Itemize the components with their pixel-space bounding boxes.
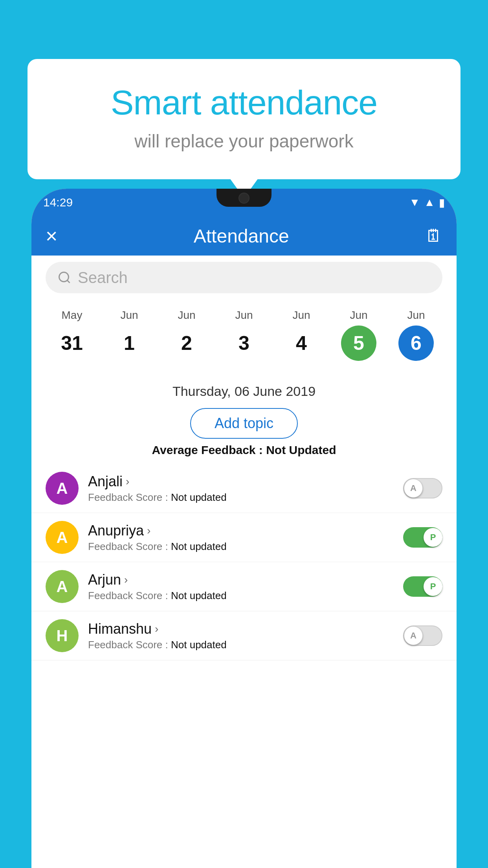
svg-line-1	[67, 280, 70, 283]
calendar-icon[interactable]: 🗓	[425, 226, 442, 246]
speech-title: Smart attendance	[59, 83, 429, 123]
speech-subtitle: will replace your paperwork	[59, 131, 429, 152]
phone-notch	[216, 189, 272, 207]
student-avatar-1: A	[46, 521, 79, 554]
student-item-0: AAnjali ›Feedback Score : Not updatedA	[31, 464, 457, 513]
calendar-day-31[interactable]: May31	[54, 309, 90, 361]
battery-icon: ▮	[439, 196, 445, 209]
phone-frame: 14:29 ▼ ▲ ▮ × Attendance 🗓 Search May31J…	[31, 189, 457, 868]
cal-month-2: Jun	[178, 309, 195, 322]
student-info-0: Anjali ›Feedback Score : Not updated	[88, 473, 394, 504]
search-bar[interactable]: Search	[46, 262, 442, 293]
cal-month-5: Jun	[350, 309, 367, 322]
student-avatar-0: A	[46, 472, 79, 505]
avg-feedback-label: Average Feedback :	[152, 443, 262, 456]
avg-feedback: Average Feedback : Not Updated	[31, 443, 457, 457]
toggle-container-1[interactable]: P	[403, 527, 442, 548]
avg-feedback-value: Not Updated	[266, 443, 336, 456]
student-name-3[interactable]: Himanshu ›	[88, 621, 394, 637]
close-button[interactable]: ×	[46, 224, 57, 248]
calendar-strip: May31Jun1Jun2Jun3Jun4Jun5Jun6	[31, 301, 457, 365]
calendar-day-6[interactable]: Jun6	[398, 309, 434, 361]
cal-month-1: Jun	[120, 309, 138, 322]
cal-date-2: 2	[169, 326, 204, 361]
cal-date-0: 31	[54, 326, 90, 361]
toggle-container-2[interactable]: P	[403, 576, 442, 597]
calendar-day-5[interactable]: Jun5	[341, 309, 376, 361]
chevron-icon: ›	[147, 524, 150, 537]
signal-icon: ▲	[424, 196, 435, 209]
student-item-2: AArjun ›Feedback Score : Not updatedP	[31, 562, 457, 611]
student-info-2: Arjun ›Feedback Score : Not updated	[88, 572, 394, 602]
student-name-2[interactable]: Arjun ›	[88, 572, 394, 588]
status-icons: ▼ ▲ ▮	[409, 196, 445, 209]
cal-month-6: Jun	[407, 309, 425, 322]
chevron-icon: ›	[126, 475, 129, 488]
cal-month-0: May	[62, 309, 83, 322]
cal-date-6: 6	[398, 326, 434, 361]
student-item-1: AAnupriya ›Feedback Score : Not updatedP	[31, 513, 457, 562]
calendar-day-4[interactable]: Jun4	[284, 309, 319, 361]
student-avatar-2: A	[46, 570, 79, 603]
student-info-1: Anupriya ›Feedback Score : Not updated	[88, 522, 394, 553]
wifi-icon: ▼	[409, 196, 420, 209]
cal-month-4: Jun	[292, 309, 310, 322]
cal-date-5: 5	[341, 326, 376, 361]
search-placeholder: Search	[78, 269, 128, 287]
toggle-3[interactable]: A	[403, 625, 442, 646]
feedback-score-3: Feedback Score : Not updated	[88, 639, 394, 651]
student-list: AAnjali ›Feedback Score : Not updatedAAA…	[31, 464, 457, 868]
toggle-knob-2: P	[424, 577, 442, 596]
search-icon	[57, 270, 72, 285]
toggle-knob-1: P	[424, 528, 442, 547]
toggle-knob-0: A	[404, 479, 423, 498]
selected-date: Thursday, 06 June 2019	[31, 384, 457, 399]
student-info-3: Himanshu ›Feedback Score : Not updated	[88, 621, 394, 651]
calendar-day-2[interactable]: Jun2	[169, 309, 204, 361]
calendar-day-3[interactable]: Jun3	[226, 309, 262, 361]
app-bar: × Attendance 🗓	[31, 216, 457, 256]
cal-date-3: 3	[226, 326, 262, 361]
speech-bubble: Smart attendance will replace your paper…	[28, 59, 460, 179]
calendar-day-1[interactable]: Jun1	[112, 309, 147, 361]
phone-camera	[238, 193, 250, 204]
toggle-knob-3: A	[404, 626, 423, 645]
app-title: Attendance	[194, 225, 289, 247]
toggle-container-0[interactable]: A	[403, 478, 442, 498]
add-topic-button[interactable]: Add topic	[190, 408, 298, 439]
toggle-1[interactable]: P	[403, 527, 442, 548]
status-time: 14:29	[43, 196, 73, 209]
phone-content: 14:29 ▼ ▲ ▮ × Attendance 🗓 Search May31J…	[31, 189, 457, 868]
cal-month-3: Jun	[235, 309, 253, 322]
feedback-score-1: Feedback Score : Not updated	[88, 541, 394, 553]
student-name-1[interactable]: Anupriya ›	[88, 522, 394, 539]
cal-date-4: 4	[284, 326, 319, 361]
feedback-score-0: Feedback Score : Not updated	[88, 491, 394, 504]
toggle-2[interactable]: P	[403, 576, 442, 597]
chevron-icon: ›	[124, 574, 128, 586]
toggle-0[interactable]: A	[403, 478, 442, 498]
feedback-score-2: Feedback Score : Not updated	[88, 590, 394, 602]
student-item-3: HHimanshu ›Feedback Score : Not updatedA	[31, 611, 457, 660]
chevron-icon: ›	[155, 623, 158, 635]
toggle-container-3[interactable]: A	[403, 625, 442, 646]
cal-date-1: 1	[112, 326, 147, 361]
student-avatar-3: H	[46, 619, 79, 652]
student-name-0[interactable]: Anjali ›	[88, 473, 394, 490]
svg-point-0	[59, 272, 69, 282]
